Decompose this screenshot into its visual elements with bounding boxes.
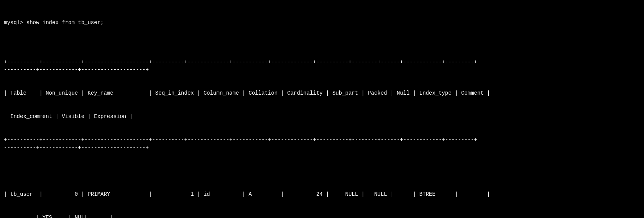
row-primary-2: | YES | NULL | [4, 215, 113, 218]
header-row1: | Table | Non_unique | Key_name | Seq_in… [4, 90, 490, 96]
separator-header: +----------+------------+---------------… [4, 137, 477, 151]
command-line: mysql> show index from tb_user; [4, 19, 640, 26]
row-primary-1: | tb_user | 0 | PRIMARY | 1 | id | A | 2… [4, 191, 490, 197]
separator-top: +----------+------------+---------------… [4, 59, 477, 73]
header-row2: Index_comment | Visible | Expression | [4, 113, 133, 120]
terminal-window: mysql> show index from tb_user; +-------… [0, 0, 644, 218]
table-output: +----------+------------+---------------… [4, 43, 640, 218]
